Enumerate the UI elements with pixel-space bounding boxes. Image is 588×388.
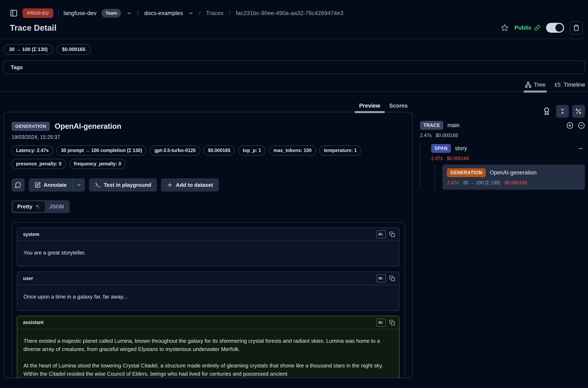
- breadcrumb-org[interactable]: langfuse-dev: [64, 10, 96, 17]
- generation-type-badge: GENERATION: [447, 168, 486, 177]
- observation-badges-row2: presence_penalty: 0 frequency_penalty: 0: [12, 159, 405, 169]
- tab-tree[interactable]: Tree: [525, 81, 546, 91]
- message-text: At the heart of Lumina stood the towerin…: [23, 362, 393, 378]
- cost-badge[interactable]: $0.000165: [204, 146, 235, 156]
- annotate-label: Annotate: [44, 182, 67, 188]
- title-actions: Public: [501, 21, 583, 34]
- generation-row: GENERATION OpenAI-generation: [447, 168, 580, 177]
- generation-name: OpenAI-generation: [490, 170, 537, 176]
- breadcrumb-traces[interactable]: Traces: [206, 10, 224, 17]
- breadcrumb-separator: /: [199, 10, 201, 17]
- markdown-toggle-icon[interactable]: M↓: [376, 230, 386, 239]
- message-content: You are a great storyteller.: [17, 241, 399, 266]
- public-link[interactable]: Public: [514, 24, 540, 31]
- trace-type-badge: TRACE: [420, 121, 443, 130]
- observation-timestamp: 19/03/2024, 15:25:37: [12, 134, 405, 140]
- collapse-node-icon[interactable]: [578, 146, 584, 152]
- tags-label: Tags: [11, 64, 23, 71]
- generation-metrics: 2.47s 30 → 100 (Σ 130) $0.000165: [447, 180, 580, 186]
- copy-icon[interactable]: [389, 275, 395, 281]
- format-json-segment[interactable]: JSON: [45, 201, 68, 212]
- public-toggle[interactable]: [546, 23, 564, 33]
- frequency-penalty-badge: frequency_penalty: 0: [69, 159, 126, 169]
- tab-scores[interactable]: Scores: [389, 103, 408, 112]
- message-user: user M↓ Once upon a time in a galaxy far…: [17, 271, 400, 311]
- message-header: user M↓: [17, 272, 399, 285]
- title-bar: Trace Detail Public: [0, 21, 588, 34]
- copy-icon[interactable]: [389, 320, 395, 325]
- award-icon[interactable]: [543, 107, 551, 115]
- sidebar-toggle-icon[interactable]: [10, 9, 18, 17]
- playground-label: Test in playground: [104, 182, 151, 188]
- tree-icon: [525, 81, 531, 88]
- tab-timeline[interactable]: Timeline: [554, 81, 585, 91]
- format-toggle: Pretty JSON: [12, 200, 70, 213]
- tree-node-trace[interactable]: TRACE main: [420, 121, 585, 130]
- token-usage-badge[interactable]: 30 prompt → 100 completion (Σ 130): [57, 146, 147, 156]
- collapse-all-button[interactable]: [556, 105, 569, 118]
- annotate-split-button: Annotate: [29, 178, 85, 192]
- span-children: GENERATION OpenAI-generation 2.47s 30 → …: [434, 165, 585, 190]
- breadcrumb-project[interactable]: docs-examples: [144, 10, 183, 17]
- trace-cost: $0.000165: [436, 133, 458, 138]
- project-chevron-down-icon[interactable]: [188, 10, 194, 16]
- org-chevron-down-icon[interactable]: [126, 10, 132, 16]
- message-text: There existed a majestic planet called L…: [23, 337, 393, 353]
- toggle-knob: [555, 24, 563, 32]
- expand-all-icon[interactable]: [566, 122, 573, 129]
- observation-card: GENERATION OpenAI-generation 19/03/2024,…: [4, 112, 413, 378]
- markdown-toggle-icon[interactable]: M↓: [376, 274, 386, 282]
- breadcrumb-trace-id: fac231bc-90ee-490a-aa32-78c4269474e3: [236, 10, 343, 17]
- trace-token-usage-badge: 30 → 100 (Σ 130): [4, 44, 53, 55]
- link-icon: [534, 25, 540, 31]
- star-icon[interactable]: [501, 24, 509, 32]
- test-in-playground-button[interactable]: Test in playground: [89, 178, 157, 192]
- delete-trace-button[interactable]: [570, 21, 583, 34]
- annotate-dropdown-chevron-icon[interactable]: [73, 178, 85, 192]
- preview-tabs: Preview Scores: [4, 92, 413, 112]
- top-p-badge: top_p: 1: [238, 146, 266, 156]
- add-to-dataset-button[interactable]: Add to dataset: [161, 178, 219, 192]
- tree-node-generation-selected[interactable]: GENERATION OpenAI-generation 2.47s 30 → …: [442, 165, 585, 190]
- terminal-icon: [95, 182, 101, 188]
- tree-node-span[interactable]: SPAN story: [431, 142, 585, 153]
- span-latency: 2.47s: [431, 156, 443, 161]
- trace-children: SPAN story 2.47s $0.000165 GENERATION Op…: [420, 142, 585, 190]
- active-tab-indicator: [524, 91, 547, 93]
- messages-container: system M↓ You are a great storyteller.: [12, 222, 405, 378]
- message-role: system: [23, 232, 39, 237]
- sparkles-icon: [35, 204, 40, 210]
- format-pretty-segment[interactable]: Pretty: [13, 201, 45, 212]
- span-name: story: [455, 145, 467, 152]
- observation-badges-row1: Latency: 2.47s 30 prompt → 100 completio…: [12, 146, 405, 156]
- observation-header: GENERATION OpenAI-generation: [12, 122, 405, 131]
- tab-preview[interactable]: Preview: [359, 103, 380, 112]
- span-metrics: 2.47s $0.000165: [431, 156, 585, 161]
- topbar-divider: [58, 7, 59, 19]
- trace-name: main: [447, 122, 459, 129]
- active-tab-indicator: [355, 111, 385, 113]
- observation-actions: Annotate Test in playground Add to datas…: [12, 178, 405, 192]
- observation-type-badge: GENERATION: [12, 122, 50, 131]
- tab-tree-label: Tree: [534, 81, 546, 88]
- plus-icon: [167, 182, 173, 188]
- collapse-all-icon[interactable]: [578, 122, 585, 129]
- annotate-button[interactable]: Annotate: [29, 178, 73, 192]
- model-badge[interactable]: gpt-3.5-turbo-0125: [150, 146, 200, 156]
- message-content: There existed a majestic planet called L…: [17, 329, 399, 378]
- json-label: JSON: [49, 203, 64, 210]
- public-label: Public: [514, 24, 532, 31]
- content-row: Preview Scores GENERATION OpenAI-generat…: [0, 92, 588, 378]
- message-role: user: [23, 276, 33, 281]
- trace-latency: 2.47s: [420, 133, 431, 138]
- message-tools: M↓: [376, 318, 395, 327]
- comment-button[interactable]: [12, 178, 25, 192]
- metrics-toggle-button[interactable]: [572, 105, 585, 118]
- view-tabs: Tree Timeline: [0, 81, 588, 92]
- presence-penalty-badge: presence_penalty: 0: [12, 159, 66, 169]
- trash-icon: [573, 24, 580, 31]
- markdown-toggle-icon[interactable]: M↓: [376, 318, 386, 327]
- top-bar: PROD-EU langfuse-dev Team / docs-example…: [0, 0, 588, 21]
- tags-container[interactable]: Tags: [3, 60, 585, 74]
- copy-icon[interactable]: [389, 231, 395, 237]
